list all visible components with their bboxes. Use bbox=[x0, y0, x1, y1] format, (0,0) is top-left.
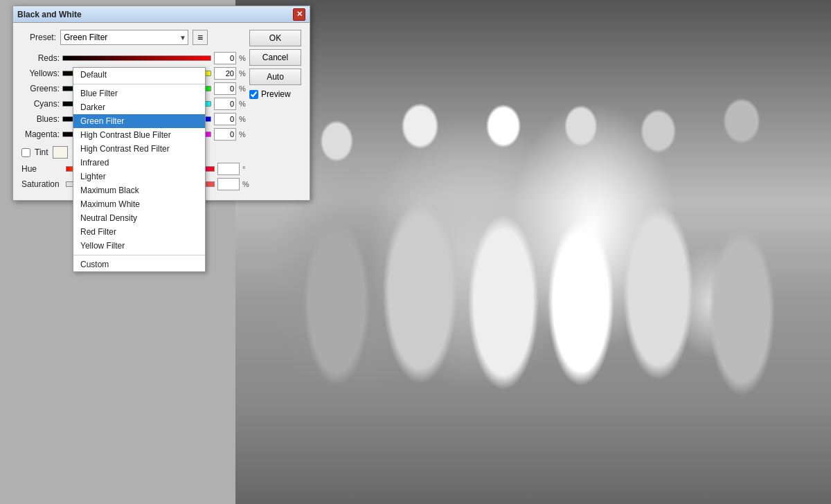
blues-value[interactable] bbox=[214, 113, 236, 125]
greens-unit: % bbox=[239, 84, 246, 93]
dropdown-item-darker[interactable]: Darker bbox=[73, 100, 205, 114]
blues-unit: % bbox=[239, 115, 246, 123]
preset-label: Preset: bbox=[21, 33, 56, 42]
dropdown-item-green-filter[interactable]: Green Filter bbox=[73, 114, 205, 128]
hue-unit: ° bbox=[242, 165, 245, 173]
dropdown-separator-1 bbox=[73, 84, 205, 84]
yellows-unit: % bbox=[239, 69, 246, 78]
saturation-label: Saturation bbox=[21, 179, 63, 189]
dropdown-item-red-filter[interactable]: Red Filter bbox=[73, 225, 205, 239]
magentas-unit: % bbox=[239, 130, 246, 138]
reds-value[interactable] bbox=[214, 52, 236, 64]
dropdown-item-maximum-black[interactable]: Maximum Black bbox=[73, 183, 205, 197]
dialog-title: Black and White bbox=[17, 10, 82, 19]
ok-button[interactable]: OK bbox=[249, 30, 301, 46]
reds-gradient bbox=[62, 55, 211, 61]
yellows-label: Yellows: bbox=[21, 69, 60, 78]
dropdown-item-maximum-white[interactable]: Maximum White bbox=[73, 197, 205, 211]
preset-select[interactable]: Green Filter bbox=[60, 30, 188, 45]
preview-checkbox[interactable] bbox=[249, 90, 258, 99]
dialog-body: OK Cancel Auto Preview Preset: Green Fil… bbox=[13, 23, 310, 200]
greens-value[interactable] bbox=[214, 82, 236, 95]
hue-label: Hue bbox=[21, 164, 63, 174]
yellows-value[interactable] bbox=[214, 67, 236, 80]
buttons-column: OK Cancel Auto Preview bbox=[249, 30, 301, 99]
magentas-value[interactable] bbox=[214, 128, 236, 141]
preset-settings-button[interactable]: ≡ bbox=[193, 30, 208, 45]
black-and-white-dialog: Black and White ✕ OK Cancel Auto Preview… bbox=[12, 6, 310, 201]
cyans-label: Cyans: bbox=[21, 99, 60, 109]
dropdown-item-high-contrast-red[interactable]: High Contrast Red Filter bbox=[73, 142, 205, 156]
blues-label: Blues: bbox=[21, 114, 60, 124]
cyans-unit: % bbox=[239, 100, 246, 108]
dropdown-item-lighter[interactable]: Lighter bbox=[73, 170, 205, 183]
saturation-unit: % bbox=[242, 180, 249, 188]
saturation-value[interactable] bbox=[217, 178, 240, 190]
dropdown-item-infrared[interactable]: Infrared bbox=[73, 156, 205, 170]
tint-checkbox[interactable] bbox=[21, 148, 30, 157]
magentas-label: Magenta: bbox=[21, 129, 60, 139]
dropdown-item-default[interactable]: Default bbox=[73, 68, 205, 82]
preview-label: Preview bbox=[261, 89, 291, 99]
auto-button[interactable]: Auto bbox=[249, 69, 301, 85]
dropdown-item-custom[interactable]: Custom bbox=[73, 258, 205, 271]
dialog-titlebar: Black and White ✕ bbox=[13, 6, 310, 23]
greens-label: Greens: bbox=[21, 84, 60, 93]
dropdown-item-neutral-density[interactable]: Neutral Density bbox=[73, 211, 205, 225]
dropdown-item-high-contrast-blue[interactable]: High Contrast Blue Filter bbox=[73, 128, 205, 142]
dropdown-item-yellow-filter[interactable]: Yellow Filter bbox=[73, 239, 205, 253]
preview-row: Preview bbox=[249, 89, 301, 99]
cancel-button[interactable]: Cancel bbox=[249, 49, 301, 66]
reds-label: Reds: bbox=[21, 53, 60, 63]
cyans-value[interactable] bbox=[214, 98, 236, 110]
preset-select-wrapper: Green Filter ▼ bbox=[60, 30, 188, 45]
photo-preview bbox=[235, 0, 831, 504]
hue-value[interactable] bbox=[217, 163, 240, 175]
dropdown-separator-2 bbox=[73, 255, 205, 255]
tint-label: Tint bbox=[35, 147, 48, 157]
close-button[interactable]: ✕ bbox=[293, 8, 305, 21]
preset-dropdown: Default Blue Filter Darker Green Filter … bbox=[73, 67, 206, 272]
photo-people bbox=[235, 0, 831, 504]
dropdown-item-blue-filter[interactable]: Blue Filter bbox=[73, 87, 205, 100]
reds-unit: % bbox=[239, 54, 246, 62]
tint-color-swatch[interactable] bbox=[53, 146, 68, 159]
